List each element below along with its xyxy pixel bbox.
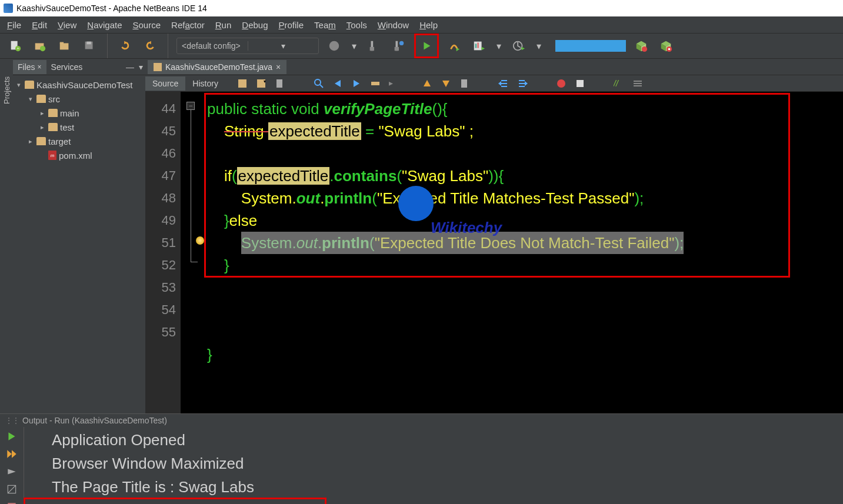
tree-node-src[interactable]: ▾src bbox=[13, 92, 145, 106]
next-error-icon[interactable] bbox=[6, 466, 18, 478]
prev-bookmark-icon[interactable] bbox=[422, 78, 432, 89]
next-bookmark-icon[interactable] bbox=[441, 78, 451, 89]
nav-back-icon[interactable] bbox=[237, 78, 248, 89]
run-button-highlight bbox=[414, 34, 439, 58]
close-icon[interactable]: × bbox=[38, 63, 42, 71]
menu-navigate[interactable]: Navigate bbox=[82, 20, 126, 30]
settings-icon[interactable] bbox=[6, 483, 18, 495]
menu-file[interactable]: File bbox=[2, 20, 26, 30]
save-all-button[interactable] bbox=[80, 36, 99, 55]
build-dropdown[interactable]: ▾ bbox=[349, 36, 359, 55]
menu-source[interactable]: Source bbox=[128, 20, 166, 30]
highlight-icon[interactable] bbox=[370, 78, 381, 89]
svg-rect-55 bbox=[577, 80, 584, 87]
output-line: The Page Title is : Swag Labs bbox=[52, 475, 838, 499]
left-gutter-tabs: Projects bbox=[0, 59, 13, 413]
toggle-bookmark-icon[interactable] bbox=[459, 78, 470, 89]
svg-marker-40 bbox=[335, 80, 341, 87]
comment-icon[interactable]: // bbox=[614, 78, 624, 89]
rerun-fast-icon[interactable] bbox=[6, 448, 18, 460]
tree-node-main[interactable]: ▸main bbox=[13, 106, 145, 120]
navigator-tabs: Files× Services — ▾ bbox=[13, 59, 145, 75]
open-project-button[interactable] bbox=[55, 36, 74, 55]
menu-window[interactable]: Window bbox=[373, 20, 414, 30]
profile-attach-button[interactable] bbox=[509, 36, 528, 55]
nav-fwd-icon[interactable]: ▾ bbox=[256, 78, 266, 89]
menu-edit[interactable]: Edit bbox=[27, 20, 52, 30]
java-file-icon bbox=[154, 63, 162, 71]
undo-button[interactable] bbox=[116, 36, 135, 55]
fold-toggle-icon[interactable]: − bbox=[186, 102, 195, 110]
files-tab[interactable]: Files× bbox=[13, 60, 46, 74]
hint-bulb-icon[interactable] bbox=[196, 236, 204, 245]
svg-point-38 bbox=[315, 79, 321, 85]
debug-button[interactable] bbox=[445, 36, 464, 55]
macro-record-icon[interactable] bbox=[556, 78, 567, 89]
main-toolbar: + <default config> ▾ ▾ ▾ ▾ bbox=[0, 33, 843, 59]
profile-attach-dropdown[interactable]: ▾ bbox=[534, 36, 544, 55]
projects-tab-vertical[interactable]: Projects bbox=[2, 76, 11, 104]
svg-marker-62 bbox=[12, 450, 16, 458]
menu-profile[interactable]: Profile bbox=[274, 20, 309, 30]
editor-tab-file[interactable]: KaashivSauceDemoTest.java × bbox=[148, 60, 286, 74]
svg-marker-60 bbox=[8, 432, 15, 440]
source-tab[interactable]: Source bbox=[145, 76, 185, 91]
output-text[interactable]: Application Opened Browser Window Maximi… bbox=[47, 427, 843, 504]
rerun-icon[interactable] bbox=[6, 430, 18, 442]
tree-node-target[interactable]: ▸target bbox=[13, 134, 145, 148]
next-occurrence-icon[interactable] bbox=[351, 78, 362, 89]
code-editor[interactable]: 44 45 46 47 48 49 51 52 53 54 55 56 − bbox=[145, 92, 843, 413]
shift-right-icon[interactable] bbox=[517, 78, 528, 89]
svg-marker-43 bbox=[424, 80, 431, 86]
nav-file-icon[interactable] bbox=[275, 78, 285, 89]
uncomment-icon[interactable] bbox=[632, 78, 643, 89]
stop-icon[interactable] bbox=[6, 501, 18, 504]
new-file-button[interactable]: + bbox=[6, 36, 25, 55]
cube-icon-1[interactable] bbox=[632, 36, 651, 55]
svg-marker-17 bbox=[424, 42, 430, 50]
menu-icon[interactable]: ▾ bbox=[136, 62, 145, 72]
menu-refactor[interactable]: Refactor bbox=[166, 20, 209, 30]
clean-build-button[interactable] bbox=[365, 36, 384, 55]
cube-icon-2[interactable] bbox=[657, 36, 675, 55]
menu-run[interactable]: Run bbox=[211, 20, 236, 30]
redo-button[interactable] bbox=[141, 36, 159, 55]
output-line: Application Opened bbox=[52, 428, 838, 452]
new-project-button[interactable] bbox=[31, 36, 49, 55]
svg-line-39 bbox=[320, 85, 323, 88]
shift-left-icon[interactable] bbox=[498, 78, 509, 89]
folder-icon bbox=[36, 95, 46, 103]
file-tree[interactable]: ▾KaashivSauceDemoTest ▾src ▸main ▸test ▸… bbox=[13, 75, 145, 413]
svg-text:▾: ▾ bbox=[264, 79, 266, 84]
find-icon[interactable] bbox=[314, 78, 324, 89]
macro-stop-icon[interactable] bbox=[575, 78, 585, 89]
svg-rect-15 bbox=[395, 47, 399, 51]
svg-rect-8 bbox=[86, 42, 91, 45]
folder-icon bbox=[48, 109, 58, 117]
minimize-icon[interactable]: — bbox=[124, 62, 136, 72]
prev-occurrence-icon[interactable] bbox=[332, 78, 343, 89]
build-button[interactable] bbox=[325, 36, 344, 55]
editor-panel: KaashivSauceDemoTest.java × Source Histo… bbox=[145, 59, 843, 413]
profile-button[interactable] bbox=[469, 36, 488, 55]
tree-node-pom[interactable]: ▸mpom.xml bbox=[13, 148, 145, 162]
tree-node-root[interactable]: ▾KaashivSauceDemoTest bbox=[13, 78, 145, 92]
menu-debug[interactable]: Debug bbox=[237, 20, 272, 30]
svg-marker-24 bbox=[522, 47, 525, 51]
output-header[interactable]: ⋮⋮ Output - Run (KaashivSauceDemoTest) bbox=[0, 414, 843, 427]
menu-help[interactable]: Help bbox=[415, 20, 442, 30]
menu-view[interactable]: View bbox=[53, 20, 81, 30]
menu-team[interactable]: Team bbox=[309, 20, 341, 30]
svg-rect-50 bbox=[519, 80, 525, 81]
svg-marker-49 bbox=[498, 81, 501, 86]
profile-dropdown[interactable]: ▾ bbox=[494, 36, 504, 55]
menu-tools[interactable]: Tools bbox=[342, 20, 372, 30]
code-body[interactable]: public static void verifyPageTitle(){ St… bbox=[204, 92, 843, 413]
tree-node-test[interactable]: ▸test bbox=[13, 120, 145, 134]
clean-build-button2[interactable] bbox=[389, 36, 408, 55]
close-icon[interactable]: × bbox=[276, 62, 281, 72]
config-selector[interactable]: <default config> ▾ bbox=[176, 38, 319, 54]
history-tab[interactable]: History bbox=[185, 76, 225, 91]
run-button[interactable] bbox=[417, 36, 436, 55]
services-tab[interactable]: Services bbox=[46, 60, 88, 74]
